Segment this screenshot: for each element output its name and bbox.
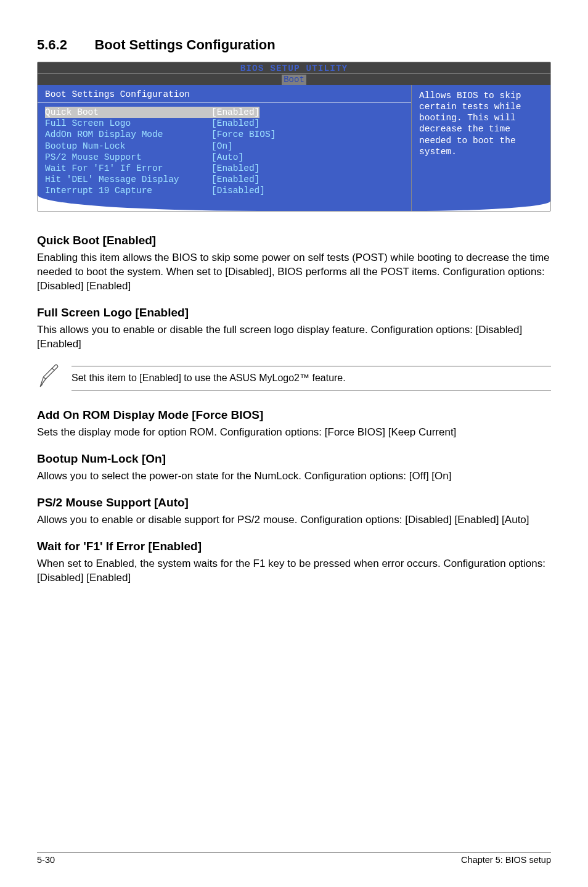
bios-row-value: [Enabled] (211, 174, 259, 185)
bios-row: Quick Boot[Enabled] (45, 107, 405, 118)
bios-row: Full Screen Logo[Enabled] (45, 118, 405, 129)
bios-row-label: Wait For 'F1' If Error (45, 163, 211, 174)
bios-row-label: AddOn ROM Display Mode (45, 129, 211, 140)
bios-left-panel: Boot Settings Configuration Quick Boot[E… (38, 85, 412, 211)
bios-row-label: Quick Boot (45, 107, 211, 118)
text-bootup-numlock: Allows you to select the power-on state … (37, 469, 551, 484)
bios-tab-boot: Boot (282, 75, 306, 86)
pencil-icon (37, 364, 71, 392)
bios-settings-list: Quick Boot[Enabled] Full Screen Logo[Ena… (45, 107, 405, 196)
bios-row: PS/2 Mouse Support[Auto] (45, 152, 405, 163)
bios-row-value: [Disabled] (211, 185, 265, 196)
bios-row: Bootup Num-Lock[On] (45, 141, 405, 152)
bios-row-value: [Force BIOS] (211, 129, 276, 140)
bios-row-label: Full Screen Logo (45, 118, 211, 129)
text-wait-f1: When set to Enabled, the system waits fo… (37, 557, 551, 585)
bios-row: Wait For 'F1' If Error[Enabled] (45, 163, 405, 174)
bios-header: BIOS SETUP UTILITY (38, 62, 550, 74)
text-ps2-mouse: Allows you to enable or disable support … (37, 513, 551, 527)
bios-row-value: [Enabled] (211, 163, 259, 174)
bios-row-value: [Enabled] (211, 107, 259, 118)
heading-ps2-mouse: PS/2 Mouse Support [Auto] (37, 496, 551, 510)
bios-row-value: [Auto] (211, 152, 243, 163)
heading-wait-f1: Wait for 'F1' If Error [Enabled] (37, 540, 551, 553)
bios-screenshot: BIOS SETUP UTILITY Boot Boot Settings Co… (37, 62, 551, 212)
page-footer: 5-30 Chapter 5: BIOS setup (37, 852, 551, 865)
bios-separator (38, 102, 411, 103)
page-number: 5-30 (37, 855, 55, 865)
bios-row-label: Bootup Num-Lock (45, 141, 211, 152)
heading-addon-rom: Add On ROM Display Mode [Force BIOS] (37, 408, 551, 422)
bios-row: Interrupt 19 Capture[Disabled] (45, 185, 405, 196)
bios-tab-row: Boot (38, 74, 550, 85)
text-full-screen-logo: This allows you to enable or disable the… (37, 323, 551, 352)
note-text: Set this item to [Enabled] to use the AS… (71, 366, 551, 390)
bios-row-label: Interrupt 19 Capture (45, 185, 211, 196)
note-box: Set this item to [Enabled] to use the AS… (37, 364, 551, 392)
bios-row-value: [Enabled] (211, 118, 259, 129)
bios-row-label: PS/2 Mouse Support (45, 152, 211, 163)
heading-full-screen-logo: Full Screen Logo [Enabled] (37, 306, 551, 320)
bios-row-label: Hit 'DEL' Message Display (45, 174, 211, 185)
text-quick-boot: Enabling this item allows the BIOS to sk… (37, 251, 551, 294)
bios-help-text: Allows BIOS to skip certain tests while … (419, 90, 544, 157)
bios-config-title: Boot Settings Configuration (45, 89, 405, 100)
section-heading: 5.6.2 Boot Settings Configuration (37, 37, 551, 53)
section-number: 5.6.2 (37, 37, 67, 53)
bios-row: Hit 'DEL' Message Display[Enabled] (45, 174, 405, 185)
bios-help-panel: Allows BIOS to skip certain tests while … (412, 85, 550, 211)
section-title: Boot Settings Configuration (94, 37, 275, 53)
heading-quick-boot: Quick Boot [Enabled] (37, 234, 551, 247)
chapter-label: Chapter 5: BIOS setup (461, 855, 551, 865)
heading-bootup-numlock: Bootup Num-Lock [On] (37, 452, 551, 466)
bios-row: AddOn ROM Display Mode[Force BIOS] (45, 129, 405, 140)
text-addon-rom: Sets the display mode for option ROM. Co… (37, 426, 551, 440)
bios-row-value: [On] (211, 141, 233, 152)
